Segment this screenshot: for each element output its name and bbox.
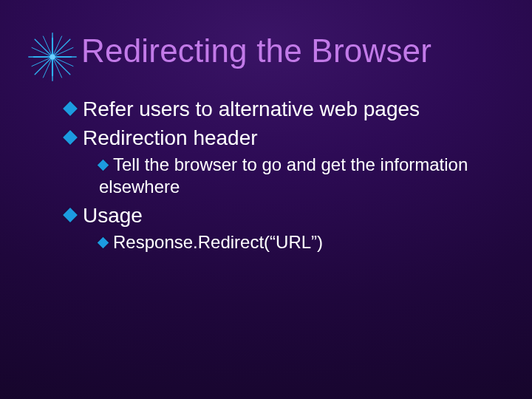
bullet-text: Response.Redirect(“URL”) — [113, 232, 323, 252]
bullet-level2: Tell the browser to go and get the infor… — [99, 154, 488, 198]
bullet-text: Tell the browser to go and get the infor… — [99, 154, 468, 197]
slide: Redirecting the Browser Refer users to a… — [0, 0, 532, 399]
diamond-bullet-icon — [98, 237, 109, 249]
bullet-text: Usage — [83, 204, 143, 227]
diamond-bullet-icon — [63, 101, 78, 116]
bullet-level1: Usage — [65, 202, 488, 228]
bullet-level1: Redirection header — [65, 125, 488, 151]
slide-body: Refer users to alternative web pages Red… — [65, 96, 488, 258]
slide-title: Redirecting the Browser — [81, 33, 432, 69]
bullet-text: Redirection header — [83, 126, 258, 149]
diamond-bullet-icon — [63, 130, 78, 145]
bullet-text: Refer users to alternative web pages — [83, 98, 420, 120]
diamond-bullet-icon — [63, 208, 78, 222]
title-row: Redirecting the Browser — [38, 33, 432, 69]
diamond-bullet-icon — [98, 160, 109, 171]
bullet-level1: Refer users to alternative web pages — [65, 96, 488, 122]
bullet-level2: Response.Redirect(“URL”) — [99, 231, 488, 253]
